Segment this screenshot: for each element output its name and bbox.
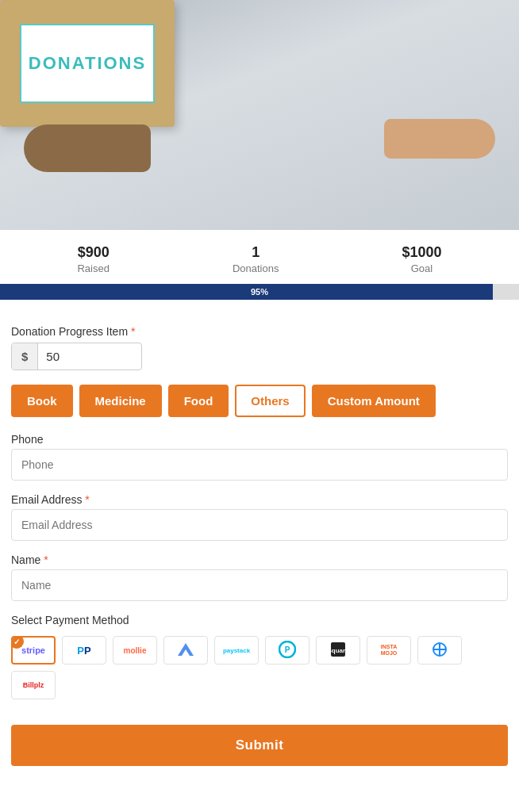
email-input[interactable] [11,509,508,541]
paypro-label: P [279,641,296,660]
svg-text:Square: Square [329,647,347,654]
submit-button[interactable]: Submit [11,725,508,766]
currency-prefix: $ [12,343,38,370]
progress-bar-label: 95% [251,287,268,297]
email-label: Email Address * [11,493,508,506]
payment-stripe[interactable]: ✓ stripe [11,636,56,665]
payment-mollie[interactable]: mollie [113,636,157,665]
name-input[interactable] [11,569,508,601]
category-medicine-button[interactable]: Medicine [79,385,162,417]
hands-right [384,119,495,159]
amount-row: $ [11,343,142,370]
payment-paypal[interactable]: PP [62,636,106,665]
payment-paystack[interactable]: paystack [214,636,259,665]
phone-group: Phone [11,433,508,481]
progress-bar-fill: 95% [0,284,493,300]
payment-iyzico[interactable] [417,636,462,665]
payment-square[interactable]: Square [316,636,360,665]
form-section: Donation Progress Item * $ Book Medicine… [0,312,519,601]
iyzico-label [429,641,451,660]
name-label: Name * [11,553,508,566]
goal-label: Goal [402,262,441,274]
category-food-button[interactable]: Food [168,385,229,417]
payment-method-label: Select Payment Method [11,614,508,626]
category-custom-button[interactable]: Custom Amount [312,385,436,417]
stat-goal: $1000 Goal [402,244,441,274]
page-container: DONATIONS $900 Raised 1 Donations $1000 … [0,0,519,812]
square-label: Square [329,641,347,660]
mollie-label: mollie [124,646,147,655]
payment-instamojo[interactable]: INSTAMOJO [367,636,411,665]
progress-bar-track: 95% [0,284,519,300]
donations-value: 1 [233,244,279,261]
submit-section: Submit [0,712,519,785]
stripe-label: stripe [21,645,45,655]
category-buttons: Book Medicine Food Others Custom Amount [11,385,508,417]
hands-left [24,124,151,172]
payment-paypro[interactable]: P [265,636,309,665]
billplz-label: Billplz [23,681,44,689]
donation-item-label: Donation Progress Item * [11,325,508,338]
amount-input[interactable] [38,343,117,370]
stats-row: $900 Raised 1 Donations $1000 Goal [0,230,519,284]
donations-box-inner: DONATIONS [20,24,155,103]
category-book-button[interactable]: Book [11,385,73,417]
paypal-label: PP [77,645,90,657]
email-group: Email Address * [11,493,508,541]
phone-input[interactable] [11,449,508,481]
name-group: Name * [11,553,508,601]
payment-razorpay[interactable] [163,636,208,665]
goal-value: $1000 [402,244,441,261]
raised-label: Raised [77,262,109,274]
payment-methods-grid: ✓ stripe PP mollie payst [11,636,508,699]
svg-text:P: P [285,645,290,654]
phone-label: Phone [11,433,508,446]
raised-value: $900 [77,244,109,261]
payment-billplz[interactable]: Billplz [11,671,56,699]
progress-bar-container: 95% [0,284,519,312]
paystack-label: paystack [223,647,250,654]
stat-donations: 1 Donations [233,244,279,274]
stat-raised: $900 Raised [77,244,109,274]
instamojo-label: INSTAMOJO [381,644,398,657]
donations-label: Donations [233,262,279,274]
category-others-button[interactable]: Others [235,385,305,417]
hero-image: DONATIONS [0,0,519,230]
payment-section: Select Payment Method ✓ stripe PP mollie [0,614,519,712]
razorpay-label [175,642,197,659]
donations-box-text: DONATIONS [29,53,146,74]
donations-box: DONATIONS [0,0,175,127]
